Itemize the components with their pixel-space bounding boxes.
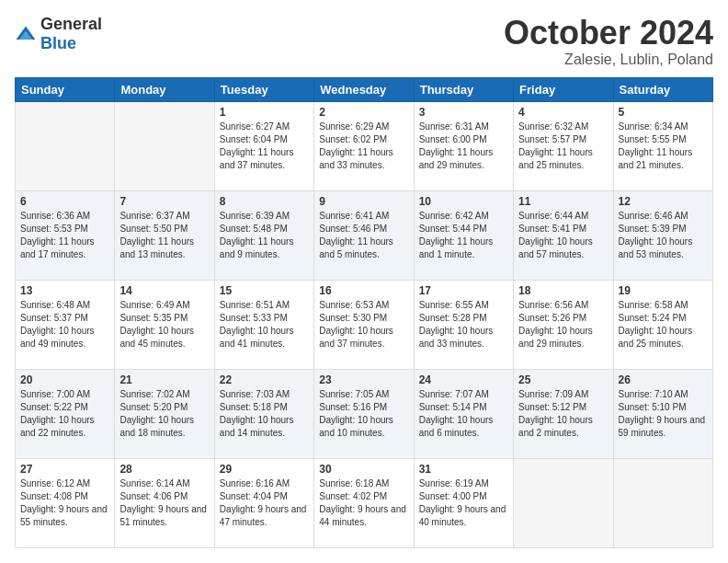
logo-text: General Blue (40, 15, 102, 53)
day-number: 2 (319, 106, 408, 119)
table-cell: 11Sunrise: 6:44 AM Sunset: 5:41 PM Dayli… (514, 190, 613, 280)
day-number: 18 (518, 284, 608, 297)
day-info: Sunrise: 6:29 AM Sunset: 6:02 PM Dayligh… (319, 121, 408, 172)
day-number: 11 (518, 195, 608, 208)
table-cell (115, 101, 214, 190)
calendar-row: 6Sunrise: 6:36 AM Sunset: 5:53 PM Daylig… (16, 190, 713, 280)
day-number: 19 (619, 284, 708, 297)
table-cell: 10Sunrise: 6:42 AM Sunset: 5:44 PM Dayli… (414, 190, 513, 280)
day-number: 25 (518, 373, 608, 386)
day-info: Sunrise: 6:32 AM Sunset: 5:57 PM Dayligh… (518, 121, 608, 172)
day-info: Sunrise: 6:46 AM Sunset: 5:39 PM Dayligh… (619, 210, 708, 261)
table-cell: 2Sunrise: 6:29 AM Sunset: 6:02 PM Daylig… (314, 101, 414, 190)
day-info: Sunrise: 6:18 AM Sunset: 4:02 PM Dayligh… (319, 477, 408, 529)
day-number: 26 (619, 373, 708, 386)
table-cell: 4Sunrise: 6:32 AM Sunset: 5:57 PM Daylig… (514, 101, 613, 190)
day-info: Sunrise: 6:37 AM Sunset: 5:50 PM Dayligh… (119, 210, 209, 261)
col-tuesday: Tuesday (214, 77, 313, 101)
day-number: 28 (119, 463, 209, 476)
day-number: 31 (419, 463, 508, 476)
col-wednesday: Wednesday (314, 77, 414, 101)
day-number: 3 (419, 106, 508, 119)
day-info: Sunrise: 6:39 AM Sunset: 5:48 PM Dayligh… (220, 210, 309, 261)
page: General Blue October 2024 Zalesie, Lubli… (0, 0, 728, 563)
day-number: 17 (419, 284, 508, 297)
calendar-header-row: Sunday Monday Tuesday Wednesday Thursday… (16, 77, 713, 101)
table-cell: 8Sunrise: 6:39 AM Sunset: 5:48 PM Daylig… (214, 190, 313, 280)
calendar-row: 1Sunrise: 6:27 AM Sunset: 6:04 PM Daylig… (16, 101, 713, 190)
day-number: 15 (220, 284, 309, 297)
day-info: Sunrise: 6:51 AM Sunset: 5:33 PM Dayligh… (220, 299, 309, 350)
day-number: 1 (220, 106, 309, 119)
day-info: Sunrise: 7:07 AM Sunset: 5:14 PM Dayligh… (419, 388, 508, 440)
table-cell: 26Sunrise: 7:10 AM Sunset: 5:10 PM Dayli… (613, 369, 712, 458)
day-info: Sunrise: 6:31 AM Sunset: 6:00 PM Dayligh… (419, 121, 508, 172)
table-cell: 28Sunrise: 6:14 AM Sunset: 4:06 PM Dayli… (115, 458, 214, 547)
table-cell: 15Sunrise: 6:51 AM Sunset: 5:33 PM Dayli… (214, 280, 313, 369)
table-cell: 17Sunrise: 6:55 AM Sunset: 5:28 PM Dayli… (414, 280, 513, 369)
table-cell: 25Sunrise: 7:09 AM Sunset: 5:12 PM Dayli… (514, 369, 613, 458)
table-cell: 6Sunrise: 6:36 AM Sunset: 5:53 PM Daylig… (16, 190, 115, 280)
day-number: 4 (518, 106, 608, 119)
day-info: Sunrise: 7:02 AM Sunset: 5:20 PM Dayligh… (119, 388, 209, 440)
day-info: Sunrise: 6:53 AM Sunset: 5:30 PM Dayligh… (319, 299, 408, 350)
table-cell: 1Sunrise: 6:27 AM Sunset: 6:04 PM Daylig… (214, 101, 313, 190)
table-cell: 29Sunrise: 6:16 AM Sunset: 4:04 PM Dayli… (214, 458, 313, 547)
day-number: 9 (319, 195, 408, 208)
calendar-row: 13Sunrise: 6:48 AM Sunset: 5:37 PM Dayli… (16, 280, 713, 369)
day-number: 12 (619, 195, 708, 208)
col-sunday: Sunday (16, 77, 115, 101)
calendar-row: 20Sunrise: 7:00 AM Sunset: 5:22 PM Dayli… (16, 369, 713, 458)
day-number: 7 (119, 195, 209, 208)
day-info: Sunrise: 6:48 AM Sunset: 5:37 PM Dayligh… (20, 299, 109, 350)
table-cell: 19Sunrise: 6:58 AM Sunset: 5:24 PM Dayli… (613, 280, 712, 369)
day-info: Sunrise: 6:49 AM Sunset: 5:35 PM Dayligh… (119, 299, 209, 350)
logo: General Blue (15, 15, 102, 53)
day-info: Sunrise: 7:03 AM Sunset: 5:18 PM Dayligh… (220, 388, 309, 440)
table-cell: 3Sunrise: 6:31 AM Sunset: 6:00 PM Daylig… (414, 101, 513, 190)
table-cell: 12Sunrise: 6:46 AM Sunset: 5:39 PM Dayli… (613, 190, 712, 280)
day-info: Sunrise: 7:05 AM Sunset: 5:16 PM Dayligh… (319, 388, 408, 440)
day-number: 21 (119, 373, 209, 386)
table-cell: 27Sunrise: 6:12 AM Sunset: 4:08 PM Dayli… (16, 458, 115, 547)
table-cell: 21Sunrise: 7:02 AM Sunset: 5:20 PM Dayli… (115, 369, 214, 458)
day-info: Sunrise: 7:09 AM Sunset: 5:12 PM Dayligh… (518, 388, 608, 440)
table-cell: 14Sunrise: 6:49 AM Sunset: 5:35 PM Dayli… (115, 280, 214, 369)
month-title: October 2024 (504, 15, 713, 52)
table-cell: 20Sunrise: 7:00 AM Sunset: 5:22 PM Dayli… (16, 369, 115, 458)
day-info: Sunrise: 6:58 AM Sunset: 5:24 PM Dayligh… (619, 299, 708, 350)
table-cell: 7Sunrise: 6:37 AM Sunset: 5:50 PM Daylig… (115, 190, 214, 280)
table-cell: 24Sunrise: 7:07 AM Sunset: 5:14 PM Dayli… (414, 369, 513, 458)
table-cell: 5Sunrise: 6:34 AM Sunset: 5:55 PM Daylig… (613, 101, 712, 190)
day-number: 30 (319, 463, 408, 476)
day-number: 23 (319, 373, 408, 386)
table-cell: 30Sunrise: 6:18 AM Sunset: 4:02 PM Dayli… (314, 458, 414, 547)
day-number: 20 (20, 373, 109, 386)
col-friday: Friday (514, 77, 613, 101)
day-info: Sunrise: 6:14 AM Sunset: 4:06 PM Dayligh… (119, 477, 209, 529)
day-info: Sunrise: 6:19 AM Sunset: 4:00 PM Dayligh… (419, 477, 508, 529)
day-info: Sunrise: 7:00 AM Sunset: 5:22 PM Dayligh… (20, 388, 109, 440)
day-number: 27 (20, 463, 109, 476)
day-number: 6 (20, 195, 109, 208)
title-block: October 2024 Zalesie, Lublin, Poland (504, 15, 713, 68)
day-info: Sunrise: 6:36 AM Sunset: 5:53 PM Dayligh… (20, 210, 109, 261)
day-info: Sunrise: 7:10 AM Sunset: 5:10 PM Dayligh… (619, 388, 708, 440)
logo-icon (15, 25, 37, 43)
day-info: Sunrise: 6:12 AM Sunset: 4:08 PM Dayligh… (20, 477, 109, 529)
day-number: 14 (119, 284, 209, 297)
col-saturday: Saturday (613, 77, 712, 101)
table-cell: 9Sunrise: 6:41 AM Sunset: 5:46 PM Daylig… (314, 190, 414, 280)
table-cell (613, 458, 712, 547)
day-number: 8 (220, 195, 309, 208)
day-number: 10 (419, 195, 508, 208)
col-monday: Monday (115, 77, 214, 101)
table-cell: 16Sunrise: 6:53 AM Sunset: 5:30 PM Dayli… (314, 280, 414, 369)
day-info: Sunrise: 6:55 AM Sunset: 5:28 PM Dayligh… (419, 299, 508, 350)
col-thursday: Thursday (414, 77, 513, 101)
table-cell: 22Sunrise: 7:03 AM Sunset: 5:18 PM Dayli… (214, 369, 313, 458)
table-cell: 31Sunrise: 6:19 AM Sunset: 4:00 PM Dayli… (414, 458, 513, 547)
day-number: 24 (419, 373, 508, 386)
table-cell: 18Sunrise: 6:56 AM Sunset: 5:26 PM Dayli… (514, 280, 613, 369)
day-number: 22 (220, 373, 309, 386)
